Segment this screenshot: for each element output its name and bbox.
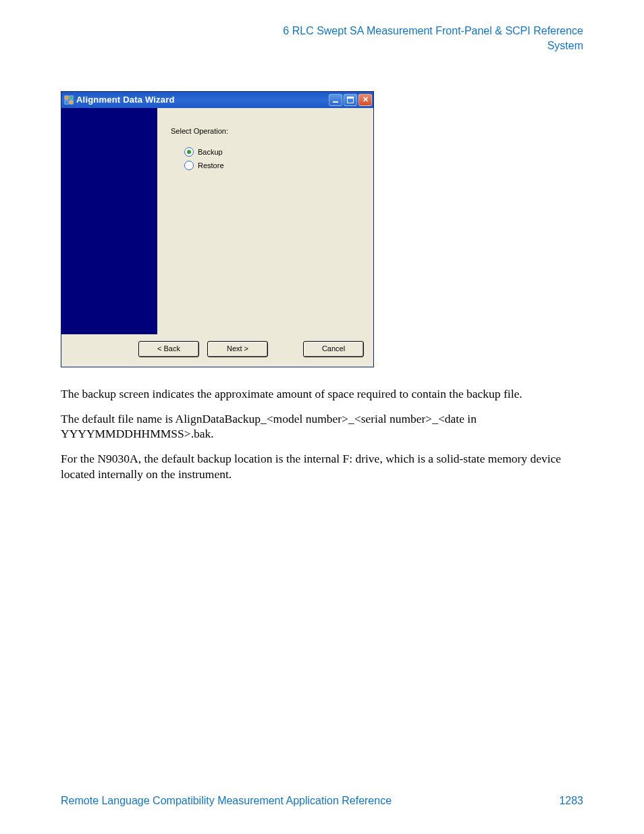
radio-icon [184,161,194,170]
radio-icon [184,147,194,157]
body-paragraph-2: The default file name is AlignDataBackup… [61,411,583,442]
maximize-button[interactable] [344,94,357,106]
svg-rect-3 [70,101,73,104]
alignment-wizard-dialog: Alignment Data Wizard Select Operation: … [61,91,374,367]
body-paragraph-3: For the N9030A, the default backup locat… [61,451,583,482]
dialog-screenshot: Alignment Data Wizard Select Operation: … [61,91,583,367]
select-operation-label: Select Operation: [171,127,360,135]
window-title: Alignment Data Wizard [76,95,175,105]
page-footer: Remote Language Compatibility Measuremen… [61,795,583,807]
cancel-button[interactable]: Cancel [303,341,364,357]
svg-rect-1 [70,96,73,99]
minimize-button[interactable] [329,94,342,106]
footer-left: Remote Language Compatibility Measuremen… [61,795,392,807]
radio-label-restore: Restore [198,161,224,170]
window-titlebar[interactable]: Alignment Data Wizard [61,92,373,108]
back-button[interactable]: < Back [138,341,199,357]
svg-rect-2 [65,101,68,104]
next-button[interactable]: Next > [207,341,268,357]
page-number: 1283 [559,795,583,807]
wizard-footer: < Back Next > Cancel [61,334,373,367]
radio-label-backup: Backup [198,148,223,156]
wizard-sidebar [61,108,157,334]
radio-option-restore[interactable]: Restore [184,161,360,170]
wizard-content: Select Operation: Backup Restore [157,108,373,334]
radio-option-backup[interactable]: Backup [184,147,360,157]
header-line-2: System [61,38,583,53]
body-paragraph-1: The backup screen indicates the approxim… [61,386,583,402]
page-header: 6 RLC Swept SA Measurement Front-Panel &… [61,24,583,54]
close-button[interactable] [358,94,372,106]
header-line-1: 6 RLC Swept SA Measurement Front-Panel &… [61,24,583,38]
svg-rect-0 [65,96,68,99]
app-icon [64,95,74,105]
